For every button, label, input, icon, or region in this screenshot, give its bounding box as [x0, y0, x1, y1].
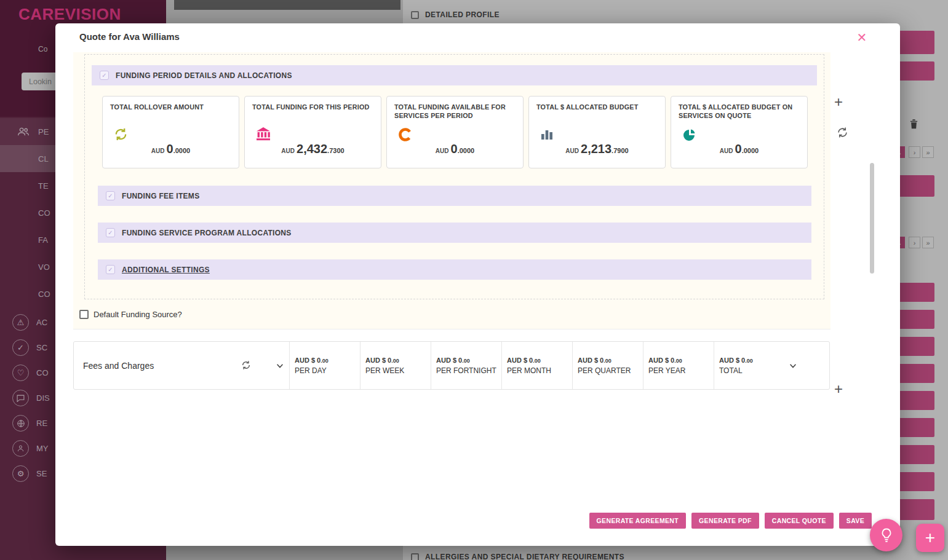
stat-card-title: TOTAL ROLLOVER AMOUNT: [103, 97, 239, 111]
fees-and-charges-panel: Fees and Charges AUD $0.00 PER DAY AUD $…: [73, 341, 830, 390]
save-button[interactable]: SAVE: [839, 513, 872, 529]
stat-card-title: TOTAL $ ALLOCATED BUDGET ON SERVICES ON …: [671, 97, 807, 120]
generate-agreement-button[interactable]: GENERATE AGREEMENT: [589, 513, 686, 529]
fee-column-total: AUD $0.00 TOTAL: [714, 342, 784, 389]
bank-icon: [256, 127, 271, 143]
stat-card-value: AUD0.0000: [671, 142, 807, 156]
plus-icon: +: [925, 528, 935, 548]
chevron-down-icon[interactable]: [789, 361, 797, 372]
add-funding-period-button[interactable]: +: [834, 93, 843, 111]
fee-column-per-month: AUD $0.00 PER MONTH: [501, 342, 572, 389]
add-fee-button[interactable]: +: [834, 381, 843, 398]
section-checkbox-icon: ✓: [106, 191, 115, 200]
stat-card-allocated-budget: TOTAL $ ALLOCATED BUDGET AUD2,213.7900: [528, 96, 666, 168]
stat-card-value: AUD2,432.7300: [245, 142, 381, 156]
section-funding-fee-items[interactable]: ✓ FUNDING FEE ITEMS: [98, 186, 811, 206]
chevron-down-icon[interactable]: [276, 361, 284, 372]
refresh-icon[interactable]: [241, 360, 251, 372]
refresh-icon[interactable]: [837, 127, 848, 140]
default-funding-source-label: Default Funding Source?: [94, 310, 182, 319]
stat-card-rollover: TOTAL ROLLOVER AMOUNT AUD0.0000: [102, 96, 239, 168]
cancel-quote-button[interactable]: CANCEL QUOTE: [765, 513, 834, 529]
fee-column-per-week: AUD $0.00 PER WEEK: [360, 342, 431, 389]
section-checkbox-icon: ✓: [106, 265, 115, 274]
section-label: ADDITIONAL SETTINGS: [122, 266, 210, 274]
fee-column-per-quarter: AUD $0.00 PER QUARTER: [572, 342, 643, 389]
default-funding-source-checkbox[interactable]: [79, 310, 89, 319]
rollover-refresh-icon: [114, 127, 128, 144]
modal-title: Quote for Ava Williams: [79, 31, 180, 42]
generate-pdf-button[interactable]: GENERATE PDF: [691, 513, 759, 529]
modal-actions: GENERATE AGREEMENT GENERATE PDF CANCEL Q…: [589, 513, 872, 529]
section-additional-settings[interactable]: ✓ ADDITIONAL SETTINGS: [98, 259, 811, 280]
stat-card-title: TOTAL FUNDING AVAILABLE FOR SERVICES PER…: [387, 97, 523, 120]
stat-card-value: AUD0.0000: [387, 142, 523, 156]
section-funding-service-program-allocations[interactable]: ✓ FUNDING SERVICE PROGRAM ALLOCATIONS: [98, 223, 811, 243]
stat-card-value: AUD2,213.7900: [529, 142, 665, 156]
stat-card-allocated-on-quote: TOTAL $ ALLOCATED BUDGET ON SERVICES ON …: [671, 96, 808, 168]
fee-totals-row: AUD $0.00 PER DAY AUD $0.00 PER WEEK AUD…: [289, 342, 784, 389]
scrollbar-thumb[interactable]: [870, 163, 874, 274]
screen: DETAILED PROFILE ALLERGIES AND SPECIAL D…: [0, 0, 948, 560]
funding-period-header-label: FUNDING PERIOD DETAILS AND ALLOCATIONS: [116, 71, 292, 80]
add-fab[interactable]: +: [916, 524, 944, 552]
stat-card-title: TOTAL FUNDING FOR THIS PERIOD: [245, 97, 381, 111]
section-label: FUNDING FEE ITEMS: [122, 192, 199, 200]
section-checkbox-icon: ✓: [106, 228, 115, 237]
stat-card-value: AUD0.0000: [103, 142, 239, 156]
funding-stat-cards: TOTAL ROLLOVER AMOUNT AUD0.0000 TOTAL FU…: [102, 96, 808, 168]
close-icon[interactable]: ✕: [853, 28, 871, 47]
stat-card-total-funding: TOTAL FUNDING FOR THIS PERIOD AUD2,432.7…: [244, 96, 381, 168]
funding-period-panel: ✓ FUNDING PERIOD DETAILS AND ALLOCATIONS…: [84, 54, 824, 299]
fee-column-per-year: AUD $0.00 PER YEAR: [643, 342, 714, 389]
quote-modal: Quote for Ava Williams ✕ ✓ FUNDING PERIO…: [55, 23, 900, 546]
fees-panel-title: Fees and Charges: [83, 361, 154, 371]
fee-column-per-fortnight: AUD $0.00 PER FORTNIGHT: [431, 342, 501, 389]
section-checkbox-icon: ✓: [100, 71, 109, 80]
fee-column-per-day: AUD $0.00 PER DAY: [289, 342, 360, 389]
stat-card-available-services: TOTAL FUNDING AVAILABLE FOR SERVICES PER…: [386, 96, 524, 168]
help-lightbulb-fab[interactable]: [870, 519, 902, 551]
stat-card-title: TOTAL $ ALLOCATED BUDGET: [529, 97, 665, 111]
funding-period-header[interactable]: ✓ FUNDING PERIOD DETAILS AND ALLOCATIONS: [92, 65, 817, 85]
section-label: FUNDING SERVICE PROGRAM ALLOCATIONS: [122, 229, 292, 237]
bar-chart-icon: [540, 127, 554, 143]
